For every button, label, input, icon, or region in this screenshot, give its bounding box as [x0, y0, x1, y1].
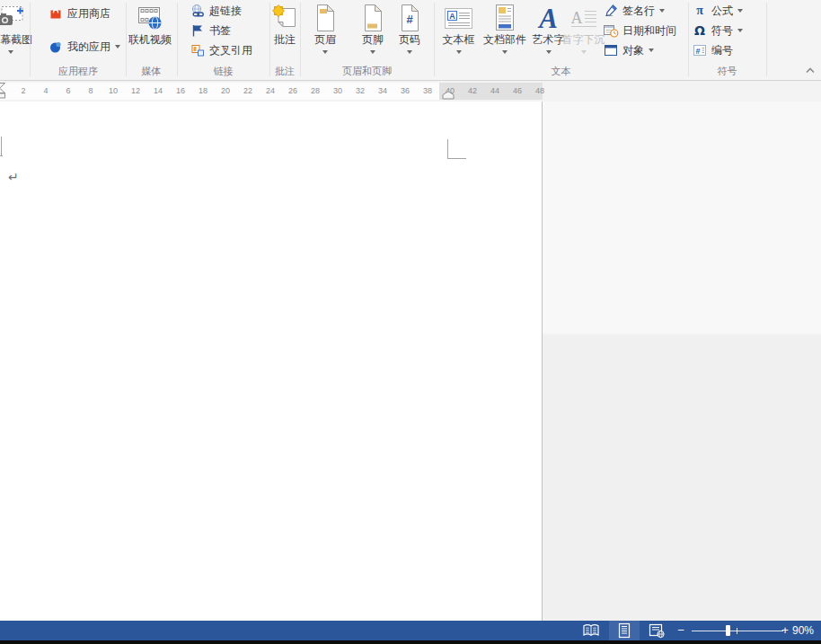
collapse-ribbon-icon[interactable]	[804, 64, 817, 76]
page-number-button[interactable]: # 页码	[390, 2, 429, 63]
chevron-down-icon	[659, 9, 665, 13]
quick-parts-label: 文档部件	[483, 34, 526, 46]
group-caption-symbols: 符号	[688, 65, 766, 78]
quick-parts-icon	[493, 2, 516, 34]
left-indent-marker[interactable]	[0, 83, 6, 100]
comment-label: 批注	[274, 34, 296, 46]
screenshot-icon	[0, 2, 26, 34]
chevron-down-icon	[370, 50, 375, 54]
page-number-icon: #	[399, 2, 420, 34]
ruler-tick: 30	[333, 83, 342, 100]
web-layout-button[interactable]	[641, 621, 672, 640]
group-caption-apps: 应用程序	[31, 65, 126, 78]
workspace-background	[543, 101, 821, 621]
status-bar: − + 90%	[0, 621, 821, 640]
screenshot-button[interactable]: 屏幕截图	[0, 2, 32, 63]
wordart-label: 艺术字	[533, 34, 565, 46]
zoom-slider-center-tick	[737, 628, 737, 634]
ruler-tick: 8	[88, 83, 93, 100]
online-video-button[interactable]: 联机视频	[128, 2, 172, 63]
number-label: 编号	[711, 43, 733, 58]
cross-reference-button[interactable]: 交叉引用	[190, 41, 252, 59]
ruler-tick: 14	[154, 83, 163, 100]
footer-button[interactable]: 页脚	[353, 2, 393, 63]
document-page[interactable]: ↵	[0, 101, 542, 621]
comment-icon	[271, 2, 298, 34]
cross-reference-icon	[190, 43, 206, 57]
equation-button[interactable]: π 公式	[692, 2, 743, 20]
zoom-in-button[interactable]: +	[778, 621, 792, 640]
header-button[interactable]: 页眉	[305, 2, 345, 63]
object-button[interactable]: 对象	[603, 41, 654, 59]
read-mode-button[interactable]	[577, 621, 605, 640]
ruler-tick: 36	[401, 83, 410, 100]
number-button[interactable]: # 编号	[692, 41, 733, 59]
comment-button[interactable]: 批注	[266, 2, 304, 63]
hyperlink-button[interactable]: 超链接	[190, 2, 242, 20]
zoom-slider-track[interactable]	[692, 631, 783, 631]
header-label: 页眉	[314, 34, 336, 46]
date-time-button[interactable]: 日期和时间	[603, 22, 676, 40]
chevron-down-icon	[456, 50, 462, 54]
ruler-tick: 44	[490, 83, 499, 100]
ruler-tick: 24	[266, 83, 275, 100]
group-caption-comments: 批注	[269, 65, 300, 78]
paragraph-mark: ↵	[8, 171, 19, 183]
group-caption-media: 媒体	[126, 65, 177, 78]
text-box-icon: A	[444, 2, 473, 34]
symbol-label: 符号	[711, 23, 733, 39]
bookmark-icon	[190, 23, 206, 38]
ruler-tick: 42	[468, 83, 477, 100]
zoom-level[interactable]: 90%	[792, 621, 814, 640]
footer-icon	[362, 2, 384, 34]
chevron-down-icon	[737, 9, 743, 13]
group-separator	[766, 3, 767, 76]
chevron-down-icon	[546, 50, 552, 54]
symbol-button[interactable]: Ω 符号	[692, 22, 743, 40]
chevron-down-icon	[8, 50, 13, 54]
zoom-out-button[interactable]: −	[674, 621, 688, 640]
group-caption-header-footer: 页眉和页脚	[300, 65, 434, 78]
ruler-strip[interactable]: 2468101214161820222426283032343638404244…	[0, 83, 543, 100]
drop-cap-button[interactable]: A 首字下沉	[563, 2, 604, 63]
app-store-button[interactable]: 应用商店	[48, 4, 110, 22]
ruler-tick: 2	[21, 83, 25, 100]
print-layout-button[interactable]	[609, 621, 640, 640]
my-apps-icon	[48, 40, 64, 54]
ruler-tick: 4	[43, 83, 48, 100]
crop-mark-top-right-arm	[447, 158, 466, 159]
chevron-down-icon	[502, 50, 508, 54]
equation-label: 公式	[711, 4, 733, 19]
horizontal-ruler[interactable]: 2468101214161820222426283032343638404244…	[0, 81, 821, 101]
window-bottom-edge	[0, 640, 821, 644]
signature-line-button[interactable]: 签名行	[603, 2, 665, 20]
bookmark-button[interactable]: 书签	[190, 22, 231, 40]
app-store-icon	[48, 6, 64, 21]
app-store-label: 应用商店	[67, 6, 110, 22]
ruler-tick: 12	[131, 83, 140, 100]
read-mode-icon	[582, 623, 600, 638]
object-icon	[603, 43, 619, 57]
ruler-tick: 6	[66, 83, 70, 100]
ruler-tick: 26	[288, 83, 297, 100]
crop-mark-top-right	[447, 139, 448, 159]
svg-text:A: A	[570, 9, 582, 27]
object-label: 对象	[622, 43, 644, 58]
right-indent-marker[interactable]	[442, 91, 455, 100]
drop-cap-label: 首字下沉	[562, 34, 605, 46]
footer-label: 页脚	[362, 34, 384, 46]
hyperlink-icon	[190, 4, 206, 18]
ribbon-insert-tab: 屏幕截图 应用商店 我的应用 应用程序	[0, 0, 821, 81]
zoom-slider-handle[interactable]	[726, 625, 730, 636]
chevron-down-icon	[115, 45, 120, 49]
ruler-tick: 32	[356, 83, 365, 100]
signature-line-label: 签名行	[622, 4, 655, 19]
chevron-down-icon	[322, 50, 328, 54]
my-apps-button[interactable]: 我的应用	[48, 38, 120, 56]
ruler-tick: 38	[423, 83, 432, 100]
quick-parts-button[interactable]: 文档部件	[482, 2, 527, 63]
ruler-tick: 10	[109, 83, 118, 100]
crop-mark-top-left-arm	[0, 155, 3, 156]
svg-text:A: A	[449, 11, 455, 20]
text-box-button[interactable]: A 文本框	[438, 2, 479, 63]
